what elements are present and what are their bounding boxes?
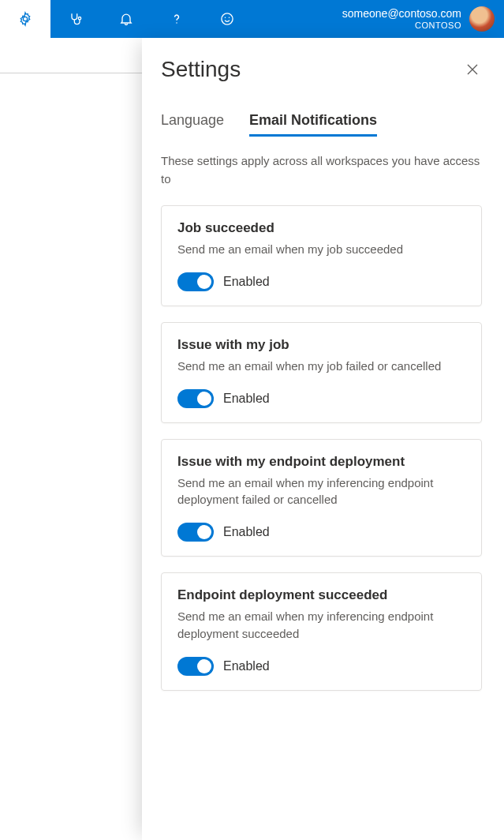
toggle-endpoint-succeeded[interactable] (177, 657, 214, 676)
card-description: Send me an email when my inferencing end… (177, 608, 465, 643)
svg-point-3 (222, 13, 233, 24)
panel-title: Settings (161, 57, 241, 82)
toggle-label: Enabled (223, 659, 270, 673)
notifications-button[interactable] (101, 0, 151, 38)
question-icon (169, 11, 185, 27)
card-endpoint-succeeded: Endpoint deployment succeeded Send me an… (161, 572, 482, 691)
svg-point-5 (229, 17, 230, 19)
notification-cards: Job succeeded Send me an email when my j… (161, 205, 482, 691)
card-job-issue: Issue with my job Send me an email when … (161, 322, 482, 423)
avatar[interactable] (469, 6, 495, 32)
toggle-job-succeeded[interactable] (177, 272, 214, 291)
card-job-succeeded: Job succeeded Send me an email when my j… (161, 205, 482, 306)
svg-point-4 (225, 17, 226, 19)
tabs: Language Email Notifications (161, 112, 482, 135)
diagnostics-button[interactable] (50, 0, 101, 38)
toggle-label: Enabled (223, 525, 270, 539)
bell-icon (118, 11, 134, 27)
toggle-knob (197, 525, 211, 539)
tab-email-notifications[interactable]: Email Notifications (249, 112, 377, 135)
card-title: Issue with my job (177, 337, 465, 353)
toggle-endpoint-issue[interactable] (177, 523, 214, 542)
toggle-row: Enabled (177, 657, 465, 676)
toggle-label: Enabled (223, 392, 270, 406)
toggle-knob (197, 275, 211, 289)
toggle-row: Enabled (177, 523, 465, 542)
account-area[interactable]: someone@contoso.com CONTOSO (342, 0, 495, 38)
tab-language[interactable]: Language (161, 112, 224, 135)
toggle-row: Enabled (177, 389, 465, 408)
svg-point-2 (176, 22, 177, 24)
help-button[interactable] (151, 0, 202, 38)
divider (0, 73, 142, 73)
card-title: Issue with my endpoint deployment (177, 454, 465, 470)
settings-gear-button[interactable] (0, 0, 50, 38)
close-button[interactable] (463, 60, 482, 79)
toggle-row: Enabled (177, 272, 465, 291)
settings-panel: Settings Language Email Notifications Th… (142, 38, 504, 840)
svg-point-0 (23, 17, 27, 21)
toggle-label: Enabled (223, 275, 270, 289)
tab-description: These settings apply across all workspac… (161, 152, 482, 188)
card-title: Endpoint deployment succeeded (177, 587, 465, 603)
card-description: Send me an email when my inferencing end… (177, 474, 465, 509)
card-endpoint-issue: Issue with my endpoint deployment Send m… (161, 439, 482, 557)
toggle-knob (197, 392, 211, 406)
gear-icon (17, 11, 33, 27)
card-description: Send me an email when my job failed or c… (177, 358, 465, 375)
top-bar: someone@contoso.com CONTOSO (0, 0, 504, 38)
close-icon (466, 63, 479, 76)
card-title: Job succeeded (177, 220, 465, 236)
topbar-icon-group (0, 0, 252, 38)
toggle-knob (197, 659, 211, 673)
card-description: Send me an email when my job succeeded (177, 241, 465, 258)
account-email: someone@contoso.com (342, 8, 461, 20)
account-org: CONTOSO (342, 21, 461, 30)
svg-point-1 (78, 17, 80, 20)
account-text: someone@contoso.com CONTOSO (342, 8, 461, 29)
feedback-button[interactable] (202, 0, 252, 38)
toggle-job-issue[interactable] (177, 389, 214, 408)
stethoscope-icon (68, 11, 84, 27)
panel-header: Settings (161, 57, 482, 82)
smiley-icon (219, 11, 235, 27)
